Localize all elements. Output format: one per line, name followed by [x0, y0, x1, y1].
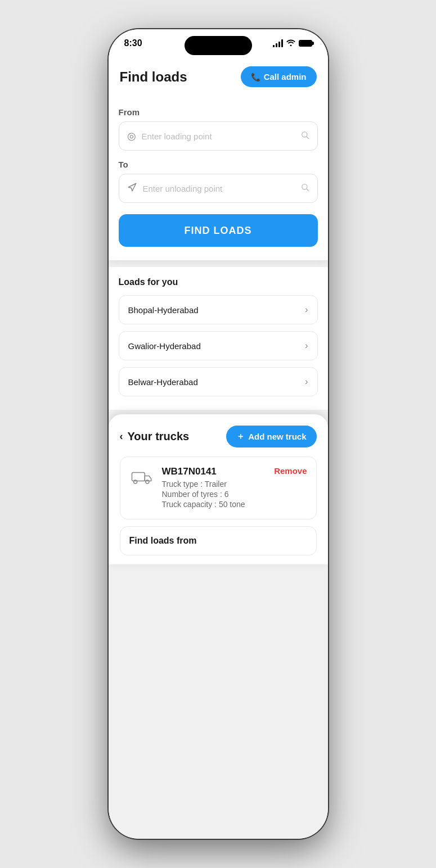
- remove-truck-button[interactable]: Remove: [274, 466, 307, 476]
- svg-rect-4: [132, 472, 145, 481]
- main-content: From ◎ Enter loading point To: [109, 96, 328, 839]
- route-label: Bhopal-Hyderabad: [128, 305, 199, 315]
- back-button[interactable]: ‹: [120, 431, 123, 442]
- loads-section: Loads for you Bhopal-Hyderabad › Gwalior…: [109, 267, 328, 410]
- list-item[interactable]: Gwalior-Hyderabad ›: [119, 331, 318, 360]
- truck-card: WB17N0141 Truck type : Trailer Number of…: [120, 456, 317, 519]
- to-placeholder: Enter unloading point: [143, 184, 295, 193]
- location-target-icon: ◎: [127, 130, 136, 142]
- search-icon-from: [300, 130, 309, 142]
- svg-line-1: [306, 137, 308, 139]
- chevron-right-icon: ›: [305, 377, 308, 387]
- from-placeholder: Enter loading point: [142, 132, 295, 141]
- add-new-truck-button[interactable]: ＋ Add new truck: [226, 426, 316, 447]
- find-loads-from-text: Find loads from: [129, 536, 197, 545]
- navigation-arrow-icon: [127, 182, 137, 195]
- battery-icon: [299, 40, 312, 47]
- from-input-field[interactable]: ◎ Enter loading point: [119, 121, 318, 151]
- call-admin-button[interactable]: 📞 Call admin: [241, 66, 317, 87]
- from-label: From: [119, 107, 318, 117]
- loads-section-title: Loads for you: [119, 277, 318, 287]
- add-truck-label: Add new truck: [248, 432, 306, 441]
- trucks-header-left: ‹ Your trucks: [120, 430, 190, 443]
- truck-type: Truck type : Trailer: [162, 480, 267, 489]
- truck-capacity: Truck capacity : 50 tone: [162, 500, 267, 509]
- app-header: Find loads 📞 Call admin: [109, 57, 328, 96]
- dynamic-island: [185, 36, 252, 55]
- trucks-header: ‹ Your trucks ＋ Add new truck: [120, 426, 317, 447]
- to-label: To: [119, 160, 318, 169]
- list-item[interactable]: Belwar-Hyderabad ›: [119, 367, 318, 396]
- to-input-field[interactable]: Enter unloading point: [119, 174, 318, 203]
- page-title: Find loads: [120, 69, 187, 85]
- truck-plate: WB17N0141: [162, 466, 267, 477]
- route-label: Gwalior-Hyderabad: [128, 341, 201, 351]
- search-icon-to: [300, 183, 309, 194]
- plus-icon: ＋: [236, 431, 245, 442]
- phone-icon: 📞: [251, 73, 260, 82]
- truck-tyres: Number of tyres : 6: [162, 490, 267, 499]
- trucks-title: Your trucks: [128, 430, 190, 443]
- wifi-icon: [286, 39, 295, 48]
- truck-icon-wrap: [129, 466, 154, 491]
- chevron-right-icon: ›: [305, 305, 308, 315]
- find-loads-button[interactable]: FIND LOADS: [119, 214, 318, 247]
- search-panel: From ◎ Enter loading point To: [109, 96, 328, 260]
- status-icons: [273, 39, 312, 48]
- svg-line-3: [306, 189, 308, 191]
- call-admin-label: Call admin: [264, 72, 307, 82]
- truck-icon: [131, 469, 152, 489]
- status-time: 8:30: [124, 38, 142, 48]
- list-item[interactable]: Bhopal-Hyderabad ›: [119, 295, 318, 324]
- find-loads-from-card[interactable]: Find loads from: [120, 526, 317, 555]
- chevron-right-icon: ›: [305, 341, 308, 351]
- signal-icon: [273, 39, 283, 47]
- route-label: Belwar-Hyderabad: [128, 377, 198, 387]
- trucks-overlay: ‹ Your trucks ＋ Add new truck: [109, 414, 328, 564]
- truck-info: WB17N0141 Truck type : Trailer Number of…: [162, 466, 267, 510]
